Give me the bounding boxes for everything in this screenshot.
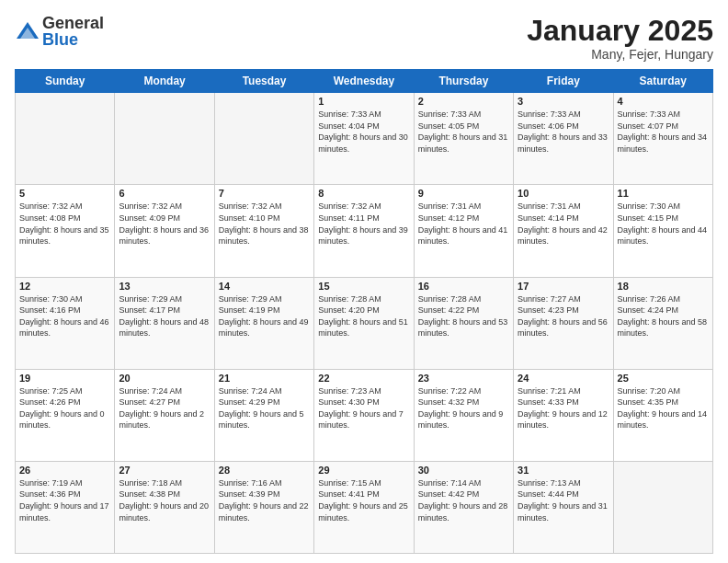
day-info: Sunrise: 7:33 AM Sunset: 4:05 PM Dayligh… (418, 109, 509, 155)
calendar-cell: 4Sunrise: 7:33 AM Sunset: 4:07 PM Daylig… (613, 93, 712, 185)
day-of-week-header: Tuesday (214, 70, 313, 93)
day-info: Sunrise: 7:26 AM Sunset: 4:24 PM Dayligh… (618, 293, 709, 339)
calendar-cell (16, 93, 115, 185)
calendar-cell: 13Sunrise: 7:29 AM Sunset: 4:17 PM Dayli… (115, 277, 214, 369)
day-info: Sunrise: 7:18 AM Sunset: 4:38 PM Dayligh… (119, 477, 210, 523)
calendar-cell: 23Sunrise: 7:22 AM Sunset: 4:32 PM Dayli… (414, 369, 513, 461)
day-number: 21 (219, 373, 310, 384)
day-info: Sunrise: 7:23 AM Sunset: 4:30 PM Dayligh… (318, 385, 409, 431)
day-number: 29 (318, 465, 409, 476)
day-number: 31 (518, 465, 609, 476)
calendar-week-row: 26Sunrise: 7:19 AM Sunset: 4:36 PM Dayli… (16, 461, 713, 553)
calendar-cell: 21Sunrise: 7:24 AM Sunset: 4:29 PM Dayli… (214, 369, 313, 461)
day-number: 19 (19, 373, 110, 384)
day-number: 1 (318, 96, 409, 107)
day-number: 6 (119, 188, 210, 199)
day-info: Sunrise: 7:33 AM Sunset: 4:06 PM Dayligh… (518, 109, 609, 155)
calendar-cell: 19Sunrise: 7:25 AM Sunset: 4:26 PM Dayli… (16, 369, 115, 461)
day-number: 10 (518, 188, 609, 199)
day-number: 23 (418, 373, 509, 384)
day-number: 7 (219, 188, 310, 199)
day-info: Sunrise: 7:33 AM Sunset: 4:07 PM Dayligh… (618, 109, 709, 155)
calendar-cell: 27Sunrise: 7:18 AM Sunset: 4:38 PM Dayli… (115, 461, 214, 553)
day-number: 16 (418, 281, 509, 292)
calendar-cell: 30Sunrise: 7:14 AM Sunset: 4:42 PM Dayli… (414, 461, 513, 553)
calendar-body: 1Sunrise: 7:33 AM Sunset: 4:04 PM Daylig… (16, 93, 713, 554)
calendar-cell: 20Sunrise: 7:24 AM Sunset: 4:27 PM Dayli… (115, 369, 214, 461)
calendar-week-row: 19Sunrise: 7:25 AM Sunset: 4:26 PM Dayli… (16, 369, 713, 461)
day-number: 2 (418, 96, 509, 107)
day-info: Sunrise: 7:15 AM Sunset: 4:41 PM Dayligh… (318, 477, 409, 523)
header: General Blue January 2025 Many, Fejer, H… (15, 15, 713, 62)
calendar-cell: 29Sunrise: 7:15 AM Sunset: 4:41 PM Dayli… (314, 461, 414, 553)
calendar-cell: 12Sunrise: 7:30 AM Sunset: 4:16 PM Dayli… (16, 277, 115, 369)
day-info: Sunrise: 7:25 AM Sunset: 4:26 PM Dayligh… (19, 385, 110, 431)
calendar-cell: 17Sunrise: 7:27 AM Sunset: 4:23 PM Dayli… (514, 277, 613, 369)
day-info: Sunrise: 7:30 AM Sunset: 4:16 PM Dayligh… (19, 293, 110, 339)
calendar-cell: 10Sunrise: 7:31 AM Sunset: 4:14 PM Dayli… (514, 185, 613, 277)
day-info: Sunrise: 7:28 AM Sunset: 4:22 PM Dayligh… (418, 293, 509, 339)
calendar-cell: 31Sunrise: 7:13 AM Sunset: 4:44 PM Dayli… (514, 461, 613, 553)
day-info: Sunrise: 7:27 AM Sunset: 4:23 PM Dayligh… (518, 293, 609, 339)
day-info: Sunrise: 7:21 AM Sunset: 4:33 PM Dayligh… (518, 385, 609, 431)
calendar-cell: 15Sunrise: 7:28 AM Sunset: 4:20 PM Dayli… (314, 277, 414, 369)
calendar-cell: 25Sunrise: 7:20 AM Sunset: 4:35 PM Dayli… (613, 369, 712, 461)
day-info: Sunrise: 7:31 AM Sunset: 4:14 PM Dayligh… (518, 201, 609, 247)
day-number: 20 (119, 373, 210, 384)
calendar-cell: 1Sunrise: 7:33 AM Sunset: 4:04 PM Daylig… (314, 93, 414, 185)
day-info: Sunrise: 7:19 AM Sunset: 4:36 PM Dayligh… (19, 477, 110, 523)
day-info: Sunrise: 7:32 AM Sunset: 4:10 PM Dayligh… (219, 201, 310, 247)
day-info: Sunrise: 7:24 AM Sunset: 4:29 PM Dayligh… (219, 385, 310, 431)
calendar-week-row: 1Sunrise: 7:33 AM Sunset: 4:04 PM Daylig… (16, 93, 713, 185)
calendar-cell: 24Sunrise: 7:21 AM Sunset: 4:33 PM Dayli… (514, 369, 613, 461)
calendar-cell: 11Sunrise: 7:30 AM Sunset: 4:15 PM Dayli… (613, 185, 712, 277)
day-number: 28 (219, 465, 310, 476)
month-title: January 2025 (527, 15, 713, 47)
page: General Blue January 2025 Many, Fejer, H… (0, 0, 728, 563)
day-number: 30 (418, 465, 509, 476)
day-of-week-header: Sunday (16, 70, 115, 93)
day-info: Sunrise: 7:20 AM Sunset: 4:35 PM Dayligh… (618, 385, 709, 431)
day-number: 18 (618, 281, 709, 292)
day-number: 8 (318, 188, 409, 199)
logo-text: General Blue (42, 15, 104, 48)
logo-blue: Blue (42, 31, 104, 48)
day-of-week-header: Wednesday (314, 70, 414, 93)
calendar-cell: 7Sunrise: 7:32 AM Sunset: 4:10 PM Daylig… (214, 185, 313, 277)
calendar-cell: 14Sunrise: 7:29 AM Sunset: 4:19 PM Dayli… (214, 277, 313, 369)
day-number: 17 (518, 281, 609, 292)
calendar-week-row: 5Sunrise: 7:32 AM Sunset: 4:08 PM Daylig… (16, 185, 713, 277)
calendar-cell: 16Sunrise: 7:28 AM Sunset: 4:22 PM Dayli… (414, 277, 513, 369)
day-info: Sunrise: 7:31 AM Sunset: 4:12 PM Dayligh… (418, 201, 509, 247)
calendar-header: SundayMondayTuesdayWednesdayThursdayFrid… (16, 70, 713, 93)
day-info: Sunrise: 7:33 AM Sunset: 4:04 PM Dayligh… (318, 109, 409, 155)
day-number: 3 (518, 96, 609, 107)
location: Many, Fejer, Hungary (527, 47, 713, 62)
day-number: 14 (219, 281, 310, 292)
calendar-cell: 26Sunrise: 7:19 AM Sunset: 4:36 PM Dayli… (16, 461, 115, 553)
day-info: Sunrise: 7:32 AM Sunset: 4:09 PM Dayligh… (119, 201, 210, 247)
calendar-cell: 3Sunrise: 7:33 AM Sunset: 4:06 PM Daylig… (514, 93, 613, 185)
day-of-week-header: Saturday (613, 70, 712, 93)
calendar-cell (613, 461, 712, 553)
calendar-cell (214, 93, 313, 185)
day-number: 9 (418, 188, 509, 199)
day-header-row: SundayMondayTuesdayWednesdayThursdayFrid… (16, 70, 713, 93)
day-of-week-header: Monday (115, 70, 214, 93)
calendar-cell: 18Sunrise: 7:26 AM Sunset: 4:24 PM Dayli… (613, 277, 712, 369)
logo: General Blue (15, 15, 104, 48)
calendar-cell: 9Sunrise: 7:31 AM Sunset: 4:12 PM Daylig… (414, 185, 513, 277)
day-number: 26 (19, 465, 110, 476)
day-number: 27 (119, 465, 210, 476)
day-of-week-header: Thursday (414, 70, 513, 93)
logo-icon (15, 18, 40, 44)
day-info: Sunrise: 7:14 AM Sunset: 4:42 PM Dayligh… (418, 477, 509, 523)
calendar-cell: 28Sunrise: 7:16 AM Sunset: 4:39 PM Dayli… (214, 461, 313, 553)
calendar-table: SundayMondayTuesdayWednesdayThursdayFrid… (15, 69, 713, 554)
day-info: Sunrise: 7:32 AM Sunset: 4:11 PM Dayligh… (318, 201, 409, 247)
day-info: Sunrise: 7:24 AM Sunset: 4:27 PM Dayligh… (119, 385, 210, 431)
day-info: Sunrise: 7:29 AM Sunset: 4:17 PM Dayligh… (119, 293, 210, 339)
day-info: Sunrise: 7:13 AM Sunset: 4:44 PM Dayligh… (518, 477, 609, 523)
calendar-cell: 5Sunrise: 7:32 AM Sunset: 4:08 PM Daylig… (16, 185, 115, 277)
day-number: 12 (19, 281, 110, 292)
